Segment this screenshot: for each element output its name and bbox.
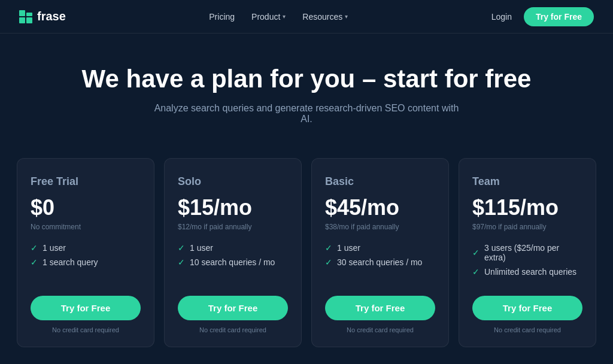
plan-name: Team	[472, 175, 582, 188]
check-icon: ✓	[31, 243, 38, 253]
feature-item: ✓ 10 search queries / mo	[178, 257, 288, 267]
plan-card-solo: Solo $15/mo $12/mo if paid annually ✓ 1 …	[164, 158, 302, 347]
nav-links: Pricing Product ▾ Resources ▾	[209, 12, 348, 22]
plan-price: $115/mo	[472, 195, 582, 220]
check-icon: ✓	[325, 257, 332, 267]
feature-item: ✓ 1 user	[325, 243, 435, 253]
plan-name: Free Trial	[31, 175, 141, 188]
nav-right: Login Try for Free	[491, 7, 594, 26]
check-icon: ✓	[472, 267, 480, 277]
feature-text: 3 users ($25/mo per extra)	[484, 243, 582, 262]
login-link[interactable]: Login	[491, 12, 512, 22]
plan-annual: $12/mo if paid annually	[178, 223, 288, 232]
plan-card-free-trial: Free Trial $0 No commitment ✓ 1 user ✓ 1…	[17, 158, 154, 347]
nav-pricing-link[interactable]: Pricing	[209, 12, 235, 22]
check-icon: ✓	[31, 257, 38, 267]
feature-item: ✓ 1 user	[31, 243, 141, 253]
plan-annual: $97/mo if paid annually	[472, 223, 582, 232]
nav-product-link[interactable]: Product ▾	[251, 12, 286, 22]
feature-text: 1 user	[190, 243, 213, 253]
logo[interactable]: frase	[19, 10, 66, 23]
check-icon: ✓	[325, 243, 332, 253]
plan-name: Basic	[325, 175, 435, 188]
resources-chevron-icon: ▾	[345, 13, 348, 20]
nav-resources-link[interactable]: Resources ▾	[302, 12, 348, 22]
plan-name: Solo	[178, 175, 288, 188]
no-cc-label: No credit card required	[178, 326, 288, 333]
feature-text: 1 search query	[43, 257, 98, 267]
feature-text: 10 search queries / mo	[190, 257, 275, 267]
feature-item: ✓ 3 users ($25/mo per extra)	[472, 243, 582, 262]
plan-price: $45/mo	[325, 195, 435, 220]
plan-card-basic: Basic $45/mo $38/mo if paid annually ✓ 1…	[311, 158, 449, 347]
plan-price: $0	[31, 195, 141, 220]
plan-card-team: Team $115/mo $97/mo if paid annually ✓ 3…	[459, 158, 596, 347]
nav-try-button[interactable]: Try for Free	[524, 7, 594, 26]
no-cc-label: No credit card required	[31, 326, 141, 333]
feature-text: Unlimited search queries	[484, 267, 576, 277]
check-icon: ✓	[472, 248, 480, 257]
plan-price: $15/mo	[178, 195, 288, 220]
plan-features: ✓ 1 user ✓ 10 search queries / mo	[178, 243, 288, 281]
logo-text: frase	[37, 10, 66, 23]
no-cc-label: No credit card required	[325, 326, 435, 333]
plan-features: ✓ 3 users ($25/mo per extra) ✓ Unlimited…	[472, 243, 582, 281]
product-chevron-icon: ▾	[283, 13, 286, 20]
feature-text: 30 search queries / mo	[337, 257, 422, 267]
plan-annual: No commitment	[31, 223, 141, 232]
hero-subheading: Analyze search queries and generate rese…	[151, 103, 462, 125]
feature-item: ✓ 1 search query	[31, 257, 141, 267]
check-icon: ✓	[178, 257, 185, 267]
plan-try-button[interactable]: Try for Free	[178, 296, 288, 320]
hero-section: We have a plan for you – start for free …	[0, 34, 613, 146]
logo-icon	[19, 10, 32, 23]
feature-item: ✓ 30 search queries / mo	[325, 257, 435, 267]
plan-try-button[interactable]: Try for Free	[325, 296, 435, 320]
navbar: frase Pricing Product ▾ Resources ▾ Logi…	[0, 0, 613, 34]
plan-try-button[interactable]: Try for Free	[31, 296, 141, 320]
feature-item: ✓ Unlimited search queries	[472, 267, 582, 277]
plan-try-button[interactable]: Try for Free	[472, 296, 582, 320]
feature-text: 1 user	[337, 243, 360, 253]
hero-headline: We have a plan for you – start for free	[19, 65, 594, 93]
plan-annual: $38/mo if paid annually	[325, 223, 435, 232]
plan-features: ✓ 1 user ✓ 1 search query	[31, 243, 141, 281]
plan-features: ✓ 1 user ✓ 30 search queries / mo	[325, 243, 435, 281]
feature-text: 1 user	[43, 243, 66, 253]
pricing-grid: Free Trial $0 No commitment ✓ 1 user ✓ 1…	[0, 146, 613, 364]
feature-item: ✓ 1 user	[178, 243, 288, 253]
no-cc-label: No credit card required	[472, 326, 582, 333]
check-icon: ✓	[178, 243, 185, 253]
